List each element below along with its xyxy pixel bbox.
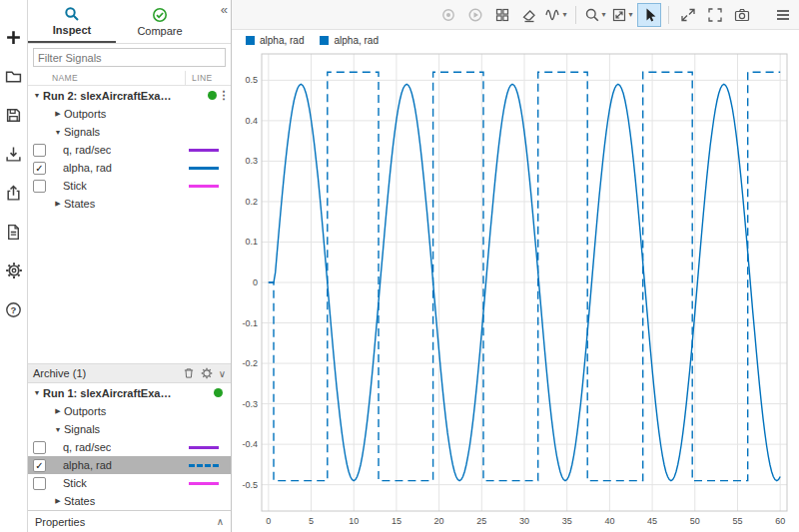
signal-row-alpha-selected[interactable]: ✓ alpha, rad [28, 456, 231, 474]
gear-icon [201, 367, 213, 379]
signal-row-stick[interactable]: Stick [28, 474, 231, 492]
group-row-states[interactable]: ▶ States [28, 195, 231, 213]
column-name: NAME [28, 73, 185, 83]
simulation-data-inspector-window: ? Inspect Compare « NAME LINE ▼ Run 2: s… [0, 0, 799, 532]
line-swatch [189, 149, 219, 152]
mode-tabs: Inspect Compare « [28, 0, 231, 44]
expander-icon[interactable]: ▶ [52, 407, 64, 415]
expander-icon[interactable]: ▶ [52, 497, 64, 505]
x-tick-label: 30 [519, 516, 529, 526]
menu-icon [775, 7, 791, 23]
help-button[interactable]: ? [3, 298, 25, 320]
clear-plots-button[interactable] [517, 3, 541, 27]
group-row-states[interactable]: ▶ States [28, 492, 231, 510]
line-swatch [189, 482, 219, 485]
properties-collapse-icon[interactable]: ∧ [217, 516, 224, 527]
line-swatch [189, 167, 219, 170]
eraser-icon [521, 7, 537, 23]
group-row-signals[interactable]: ▼ Signals [28, 123, 231, 141]
expander-icon[interactable]: ▼ [52, 129, 64, 136]
signal-row-q[interactable]: q, rad/sec [28, 438, 231, 456]
y-tick-label: -0.3 [242, 399, 258, 409]
zoom-button[interactable]: ▾ [583, 3, 607, 27]
signal-row-alpha[interactable]: ✓ alpha, rad [28, 159, 231, 177]
expander-icon[interactable]: ▼ [31, 92, 43, 99]
tab-compare-label: Compare [137, 25, 182, 37]
play-circle-icon [467, 7, 483, 23]
tab-inspect[interactable]: Inspect [28, 0, 116, 43]
properties-bar[interactable]: Properties ∧ [28, 510, 231, 532]
signal-plot[interactable]: 0510152025303540455055600.50.40.30.20.10… [232, 50, 797, 532]
open-button[interactable] [3, 65, 25, 87]
group-row-outports[interactable]: ▶ Outports [28, 105, 231, 123]
checkbox[interactable] [33, 441, 46, 454]
expand-button[interactable] [676, 3, 700, 27]
legend-item-run1-alpha[interactable]: alpha, rad [320, 35, 378, 46]
tab-compare[interactable]: Compare [116, 0, 204, 43]
create-report-button[interactable] [3, 221, 25, 243]
checkbox[interactable] [33, 477, 46, 490]
checkbox[interactable]: ✓ [33, 162, 46, 175]
x-tick-label: 15 [392, 516, 401, 526]
playback-button[interactable] [463, 3, 487, 27]
x-tick-label: 20 [434, 516, 444, 526]
menu-button[interactable] [771, 3, 795, 27]
signal-trace-button[interactable]: ▾ [544, 3, 568, 27]
trash-icon [183, 367, 195, 379]
fullscreen-button[interactable] [703, 3, 727, 27]
fit-to-view-button[interactable]: ▾ [610, 3, 634, 27]
plus-icon [5, 29, 22, 46]
chart-area: 0510152025303540455055600.50.40.30.20.10… [232, 50, 799, 532]
layout-grid-icon [494, 7, 510, 23]
checkbox[interactable] [33, 180, 46, 193]
y-tick-label: -0.1 [242, 318, 258, 328]
help-icon: ? [5, 301, 22, 318]
expander-icon[interactable]: ▶ [52, 200, 64, 208]
archive-settings-button[interactable] [201, 367, 213, 379]
legend-label: alpha, rad [260, 35, 304, 46]
checkbox[interactable]: ✓ [33, 459, 46, 472]
pointer-button[interactable] [637, 3, 661, 27]
save-icon [5, 107, 22, 124]
table-header: NAME LINE [28, 71, 231, 86]
toolbar-separator [668, 6, 669, 24]
import-button[interactable] [3, 143, 25, 165]
save-button[interactable] [3, 104, 25, 126]
run-title: Run 1: slexAircraftExample [43, 387, 181, 399]
collapse-sidebar-icon[interactable]: « [221, 2, 228, 17]
layout-button[interactable] [490, 3, 514, 27]
x-tick-label: 55 [732, 516, 742, 526]
group-row-outports[interactable]: ▶ Outports [28, 402, 231, 420]
record-button[interactable] [436, 3, 460, 27]
export-button[interactable] [3, 182, 25, 204]
expander-icon[interactable]: ▶ [52, 110, 64, 118]
signal-trace-icon [545, 7, 561, 23]
x-tick-label: 35 [562, 516, 572, 526]
y-tick-label: 0.5 [245, 75, 258, 85]
line-swatch [189, 464, 219, 467]
expander-icon[interactable]: ▼ [52, 426, 64, 433]
fit-view-icon [611, 7, 627, 23]
archive-header[interactable]: Archive (1) ∨ [28, 363, 231, 383]
archive-collapse-icon[interactable]: ∨ [219, 368, 226, 379]
checkbox[interactable] [33, 144, 46, 157]
delete-archive-button[interactable] [183, 367, 195, 379]
check-circle-icon [152, 7, 168, 23]
new-button[interactable] [3, 26, 25, 48]
signal-row-q[interactable]: q, rad/sec [28, 141, 231, 159]
y-tick-label: -0.2 [242, 358, 258, 368]
run-row-run2[interactable]: ▼ Run 2: slexAircraftExample[Current] ⋮ [28, 86, 231, 105]
export-icon [5, 185, 22, 202]
preferences-button[interactable] [3, 260, 25, 281]
y-tick-label: 0.1 [245, 237, 258, 247]
signal-row-stick[interactable]: Stick [28, 177, 231, 195]
signal-browser-panel: Inspect Compare « NAME LINE ▼ Run 2: sle… [28, 0, 232, 532]
line-swatch [189, 185, 219, 188]
filter-signals-input[interactable] [33, 48, 226, 67]
legend-item-run2-alpha[interactable]: alpha, rad [246, 35, 304, 46]
expander-icon[interactable]: ▼ [31, 389, 43, 396]
group-row-signals[interactable]: ▼ Signals [28, 420, 231, 438]
run-row-run1[interactable]: ▼ Run 1: slexAircraftExample [28, 383, 231, 402]
snapshot-button[interactable] [730, 3, 754, 27]
kebab-menu-icon[interactable]: ⋮ [217, 89, 231, 102]
